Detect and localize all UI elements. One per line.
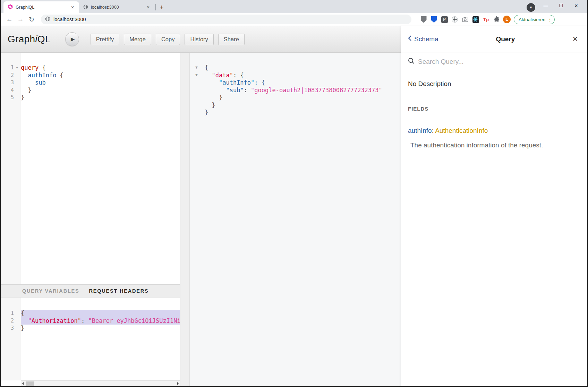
- chevron-left-icon: [408, 35, 412, 43]
- new-tab-button[interactable]: +: [157, 3, 166, 12]
- picker-crosshair-icon[interactable]: [451, 16, 459, 23]
- copy-button[interactable]: Copy: [156, 34, 180, 45]
- fields-divider: [408, 117, 580, 117]
- doc-back-link[interactable]: Schema: [408, 35, 438, 43]
- doc-search-row: [408, 52, 586, 71]
- tab-separator: [155, 4, 156, 10]
- maximize-button[interactable]: ☐: [553, 0, 569, 11]
- scroll-right-arrow[interactable]: [177, 382, 179, 385]
- graphiql-app: GraphiQL ▶ Prettify Merge Copy History S…: [1, 26, 587, 386]
- url-text: localhost:3000: [53, 17, 86, 22]
- variables-headers-tabbar: QUERY VARIABLES REQUEST HEADERS: [1, 284, 180, 298]
- field-description: The authentication information of the re…: [408, 141, 580, 149]
- doc-close-icon[interactable]: ✕: [572, 35, 578, 43]
- field-entry: authInfo: AuthenticationInfo: [408, 127, 580, 135]
- update-button[interactable]: Aktualisieren ⋮: [514, 15, 555, 24]
- tab-query-variables[interactable]: QUERY VARIABLES: [22, 288, 79, 294]
- reload-button[interactable]: ↻: [27, 15, 36, 24]
- headers-editor-gutter: 123: [1, 298, 20, 380]
- fold-arrow-icon[interactable]: ▼: [195, 65, 198, 69]
- tab-title: GraphiQL: [16, 5, 69, 10]
- forward-button[interactable]: →: [16, 15, 25, 24]
- graphiql-logo: GraphiQL: [8, 34, 51, 45]
- history-button[interactable]: History: [185, 34, 213, 45]
- doc-body: No Description FIELDS authInfo: Authenti…: [401, 80, 587, 149]
- horizontal-scrollbar[interactable]: [21, 380, 180, 386]
- window-controls: — ☐ ✕: [538, 0, 584, 11]
- field-type-link[interactable]: AuthenticationInfo: [435, 127, 488, 134]
- tab-close-icon[interactable]: ✕: [69, 4, 76, 10]
- globe-icon: [83, 5, 88, 10]
- tp-extension-icon[interactable]: Tp: [482, 16, 490, 23]
- pane-resizer[interactable]: [180, 53, 190, 386]
- profile-avatar[interactable]: L: [503, 16, 511, 23]
- graphiql-toolbar: Prettify Merge Copy History Share: [91, 34, 245, 45]
- result-pane: ▼ ▼ { "data": { "authInfo": { "sub": "go…: [190, 53, 401, 386]
- download-status-icon[interactable]: ▼: [527, 3, 535, 12]
- field-name-link[interactable]: authInfo: [408, 127, 432, 134]
- tab-close-icon[interactable]: ✕: [145, 4, 151, 10]
- doc-search-input[interactable]: [418, 58, 586, 66]
- tab-title: localhost:3000: [91, 5, 145, 10]
- browser-menu-kebab-icon[interactable]: ⋮: [547, 17, 552, 22]
- ublock-icon[interactable]: [420, 16, 427, 23]
- browser-window: GraphiQL ✕ localhost:3000 ✕ + ▼ — ☐ ✕ ← …: [0, 0, 588, 387]
- fold-arrow-icon[interactable]: ▼: [195, 73, 198, 77]
- close-button[interactable]: ✕: [569, 0, 584, 11]
- execute-query-button[interactable]: ▶: [65, 32, 79, 46]
- merge-button[interactable]: Merge: [124, 34, 151, 45]
- doc-explorer-panel: Schema Query ✕ No Description FIELDS aut…: [401, 26, 587, 386]
- address-bar[interactable]: localhost:3000: [41, 15, 411, 24]
- tab-request-headers[interactable]: REQUEST HEADERS: [89, 288, 149, 294]
- extensions-row: P Tp L: [420, 16, 511, 23]
- prettify-button[interactable]: Prettify: [91, 34, 119, 45]
- search-icon: [408, 58, 415, 66]
- browser-toolbar: ← → ↻ localhost:3000 P: [1, 13, 587, 26]
- tab-graphiql[interactable]: GraphiQL ✕: [3, 1, 79, 13]
- bitwarden-icon[interactable]: [430, 16, 438, 23]
- doc-title: Query: [438, 35, 572, 43]
- query-editor[interactable]: 1▾2345 query { authInfo { sub }}: [1, 53, 180, 284]
- tab-strip: GraphiQL ✕ localhost:3000 ✕ +: [3, 1, 166, 13]
- play-icon: ▶: [71, 36, 75, 42]
- query-editor-gutter: 1▾2345: [1, 53, 20, 284]
- doc-explorer-header: Schema Query ✕: [401, 26, 587, 52]
- site-info-globe-icon[interactable]: [45, 16, 50, 23]
- minimize-button[interactable]: —: [538, 0, 553, 11]
- tab-localhost[interactable]: localhost:3000 ✕: [79, 1, 155, 13]
- query-pane: 1▾2345 query { authInfo { sub }} QUERY V…: [1, 53, 180, 386]
- graphql-logo-icon: [8, 4, 13, 10]
- scroll-left-arrow[interactable]: [22, 382, 24, 385]
- p-extension-icon[interactable]: P: [441, 16, 448, 23]
- back-button[interactable]: ←: [5, 15, 14, 24]
- graphiql-topbar: GraphiQL ▶ Prettify Merge Copy History S…: [1, 26, 401, 53]
- type-description: No Description: [408, 80, 580, 88]
- extensions-puzzle-icon[interactable]: [493, 16, 500, 23]
- request-headers-editor[interactable]: 123 { "Authorization": "Bearer eyJhbGciO…: [1, 298, 180, 386]
- screenshot-camera-icon[interactable]: [461, 16, 469, 23]
- fields-section-header: FIELDS: [408, 106, 580, 112]
- react-devtools-icon[interactable]: [472, 16, 479, 23]
- scrollbar-thumb[interactable]: [26, 381, 34, 386]
- share-button[interactable]: Share: [218, 34, 245, 45]
- titlebar: GraphiQL ✕ localhost:3000 ✕ + ▼ — ☐ ✕: [1, 0, 587, 13]
